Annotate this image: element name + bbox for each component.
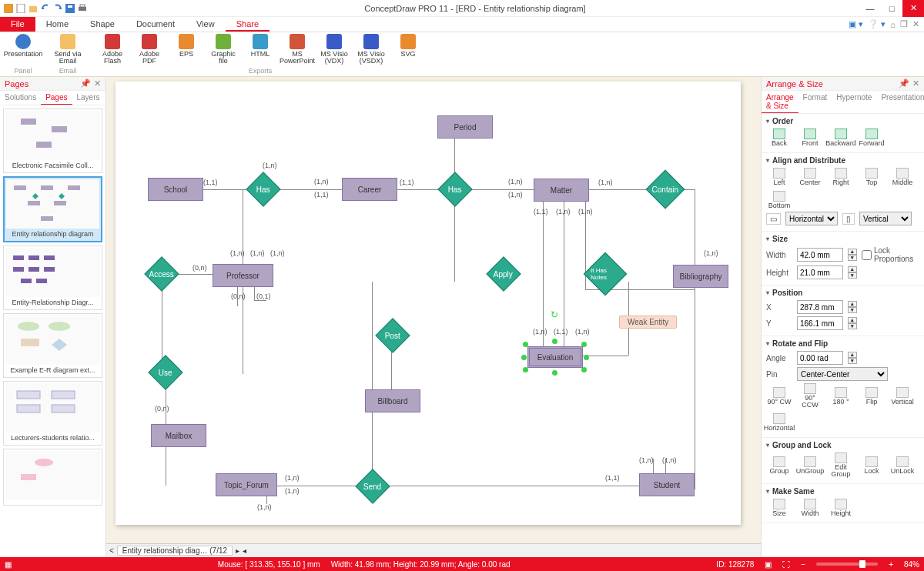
spin-down[interactable]: ▾ — [848, 272, 857, 279]
export-svg-button[interactable]: SVG — [393, 34, 424, 65]
entity-matter[interactable]: Matter — [534, 179, 589, 202]
redo-icon[interactable] — [52, 3, 63, 14]
zoom-in-button[interactable]: + — [889, 560, 893, 569]
pin-icon[interactable]: 📌 — [80, 78, 91, 88]
document-tab[interactable]: Entity relationship diag… (7/12 — [117, 546, 233, 556]
entity-student[interactable]: Student — [639, 473, 695, 496]
export-graphic-button[interactable]: Graphic file — [208, 34, 239, 65]
section-rotate[interactable]: Rotate and Flip — [766, 339, 919, 348]
makesame-size-button[interactable]: Size — [766, 499, 792, 517]
distribute-v-select[interactable]: Vertical — [859, 212, 912, 225]
order-backward-button[interactable]: Backward — [828, 129, 854, 147]
cloud-icon[interactable]: ▣ ▾ — [849, 19, 863, 29]
edit-group-button[interactable]: Edit Group — [828, 452, 854, 478]
print-icon[interactable] — [77, 3, 88, 14]
page-thumb[interactable] — [3, 449, 102, 506]
tab-view[interactable]: View — [186, 17, 226, 32]
panel-tab-layers[interactable]: Layers — [72, 91, 105, 105]
status-layout-icon[interactable]: ▦ — [5, 560, 12, 569]
tab-document[interactable]: Document — [126, 17, 186, 32]
lock-button[interactable]: Lock — [859, 456, 885, 475]
close-panel-icon[interactable]: ✕ — [94, 78, 101, 88]
page-thumb[interactable]: Entity relationship diagram — [3, 176, 102, 242]
export-eps-button[interactable]: EPS — [171, 34, 202, 65]
page-thumb[interactable]: Lecturers-students relatio... — [3, 381, 102, 446]
relation-send[interactable]: Send — [355, 469, 390, 503]
pin-select[interactable]: Center-Center — [797, 367, 888, 381]
page-thumb[interactable]: Entity-Relationship Diagr... — [3, 245, 102, 310]
section-align[interactable]: Align and Distribute — [766, 156, 919, 165]
entity-billboard[interactable]: Billboard — [365, 389, 420, 412]
section-size[interactable]: Size — [766, 235, 919, 243]
spin-up[interactable]: ▴ — [848, 301, 857, 307]
arrange-tab-format[interactable]: Format — [798, 91, 832, 113]
flip-h-button[interactable]: Horizontal — [766, 413, 792, 432]
export-vdx-button[interactable]: MS Visio (VDX) — [319, 34, 350, 65]
export-pdf-button[interactable]: Adobe PDF — [134, 34, 165, 65]
mdi-home-icon[interactable]: ⌂ — [890, 20, 896, 29]
lock-proportions-checkbox[interactable] — [862, 250, 872, 260]
makesame-height-button[interactable]: Height — [828, 499, 854, 517]
pos-x-input[interactable] — [797, 300, 843, 314]
spin-down[interactable]: ▾ — [848, 323, 857, 329]
spin-up[interactable]: ▴ — [848, 266, 857, 272]
tab-shape[interactable]: Shape — [79, 17, 126, 32]
export-vsdx-button[interactable]: MS Visio (VSDX) — [356, 34, 387, 65]
pin-icon[interactable]: 📌 — [899, 78, 909, 88]
pages-list[interactable]: Electronic Facsimile Coll... Entity rela… — [0, 105, 105, 557]
open-icon[interactable] — [28, 3, 38, 14]
order-front-button[interactable]: Front — [797, 129, 823, 147]
status-fit-icon[interactable]: ▣ — [765, 560, 772, 569]
group-button[interactable]: Group — [766, 456, 792, 475]
rotate-ccw-button[interactable]: 90° CCW — [797, 383, 823, 409]
flip-button[interactable]: Flip — [859, 387, 885, 406]
ungroup-button[interactable]: UnGroup — [797, 456, 823, 475]
canvas-scroll[interactable]: Period School Career Matter Bibliography… — [106, 77, 761, 543]
align-right-button[interactable]: Right — [828, 168, 854, 186]
relation-has[interactable]: Has — [437, 172, 472, 206]
export-flash-button[interactable]: Adobe Flash — [97, 34, 128, 65]
save-icon[interactable] — [65, 3, 75, 14]
entity-school[interactable]: School — [148, 178, 203, 201]
spin-up[interactable]: ▴ — [848, 249, 857, 255]
spin-down[interactable]: ▾ — [848, 255, 857, 261]
distribute-h-select[interactable]: Horizontal — [785, 212, 838, 225]
close-panel-icon[interactable]: ✕ — [912, 78, 919, 88]
tab-file[interactable]: File — [0, 17, 35, 32]
align-middle-button[interactable]: Middle — [889, 168, 916, 186]
unlock-button[interactable]: UnLock — [889, 456, 916, 475]
distribute-v-icon[interactable]: ▯ — [842, 213, 855, 225]
relation-use[interactable]: Use — [148, 355, 182, 389]
entity-bibliography[interactable]: Bibliography — [673, 265, 728, 288]
relation-post[interactable]: Post — [375, 318, 410, 352]
export-html-button[interactable]: HTML — [245, 34, 276, 65]
spin-up[interactable]: ▴ — [848, 317, 857, 323]
tab-scroll-left-icon[interactable]: ◂ — [243, 546, 246, 555]
order-forward-button[interactable]: Forward — [859, 129, 885, 147]
flip-v-button[interactable]: Vertical — [889, 387, 916, 406]
tab-next-icon[interactable]: ▸ — [236, 546, 239, 555]
maximize-button[interactable]: □ — [881, 0, 902, 17]
page-thumb[interactable]: Electronic Facsimile Coll... — [3, 109, 102, 173]
spin-up[interactable]: ▴ — [848, 352, 857, 358]
app-icon[interactable] — [3, 3, 14, 14]
tab-prev-icon[interactable]: < — [109, 546, 114, 555]
panel-tab-pages[interactable]: Pages — [41, 91, 72, 105]
zoom-out-button[interactable]: − — [801, 560, 805, 569]
arrange-tab-presentation[interactable]: Presentation — [876, 91, 924, 113]
align-top-button[interactable]: Top — [859, 168, 885, 186]
section-group[interactable]: Group and Lock — [766, 441, 919, 449]
mdi-restore-icon[interactable]: ❐ — [900, 19, 908, 29]
mdi-close-icon[interactable]: ✕ — [912, 19, 919, 29]
entity-mailbox[interactable]: Mailbox — [151, 424, 206, 447]
rotate-180-button[interactable]: 180 ° — [828, 387, 854, 406]
page-thumb[interactable]: Example E-R diagram ext... — [3, 313, 102, 378]
relation-access[interactable]: Access — [144, 256, 179, 291]
export-ppt-button[interactable]: MS PowerPoint — [282, 34, 313, 65]
new-icon[interactable] — [15, 3, 26, 14]
close-button[interactable]: ✕ — [902, 0, 924, 17]
panel-tab-solutions[interactable]: Solutions — [0, 91, 41, 105]
send-email-button[interactable]: Send via Email — [52, 34, 83, 65]
section-order[interactable]: Order — [766, 117, 919, 125]
align-center-button[interactable]: Center — [797, 168, 823, 186]
